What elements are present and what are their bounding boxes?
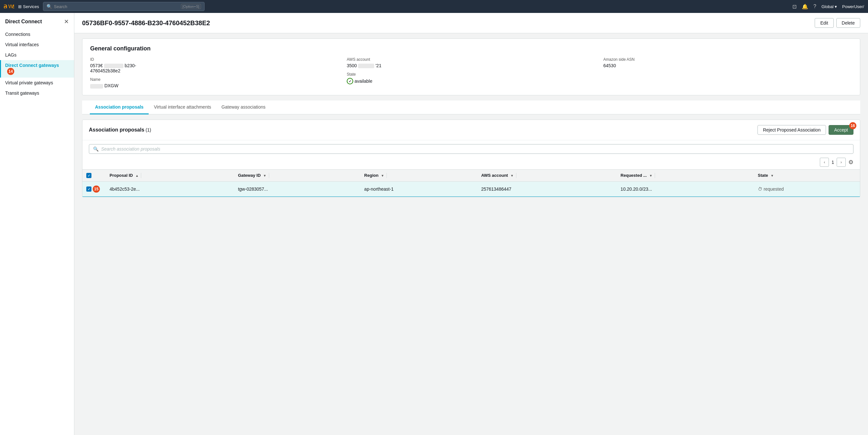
select-all-checkbox[interactable] <box>86 173 91 178</box>
page-header: 05736BF0-9557-4886-B230-4760452B38E2 Edi… <box>74 13 868 33</box>
search-shortcut: [Option+S] <box>181 4 201 9</box>
table-row[interactable]: 15 4b452c53-2e... tgw-0283057... ap-nort… <box>83 182 860 197</box>
prev-page-button[interactable]: ‹ <box>820 158 829 167</box>
state-value: available <box>347 78 596 84</box>
name-redacted <box>90 84 103 89</box>
asn-value: 64530 <box>603 63 852 68</box>
bell-icon[interactable]: 🔔 <box>802 4 808 10</box>
sidebar-item-transit-gateways[interactable]: Transit gateways <box>0 88 74 98</box>
proposals-title: Association proposals <box>89 127 145 132</box>
services-menu[interactable]: ⊞ Services <box>18 4 39 9</box>
th-state: State ▼ <box>754 169 860 182</box>
direct-connect-gateways-badge: 14 <box>7 68 14 75</box>
aws-account-value: 3500 '21 <box>347 63 596 68</box>
tab-virtual-interface-attachments[interactable]: Virtual interface attachments <box>149 100 216 115</box>
reject-proposed-association-button[interactable]: Reject Proposed Association <box>757 125 826 135</box>
config-account: AWS account 3500 '21 State available <box>347 57 596 89</box>
id-value: 0573€ b230- 4760452b38e2 <box>90 63 339 73</box>
requested-cell: 10.20.20.0/23... <box>617 182 754 197</box>
state-sort-icon[interactable]: ▼ <box>770 174 774 178</box>
page-number: 1 <box>830 160 835 165</box>
region-sort-icon[interactable]: ▼ <box>381 174 384 178</box>
state-cell: requested <box>754 182 860 197</box>
asn-label: Amazon side ASN <box>603 57 852 62</box>
sidebar-item-direct-connect-gateways[interactable]: Direct Connect gateways 14 <box>0 60 74 77</box>
delete-button[interactable]: Delete <box>836 18 860 28</box>
proposals-table: Proposal ID ▲ Gateway ID ▼ Region <box>83 169 860 197</box>
content-area: General configuration ID 0573€ b230- 476… <box>74 33 868 202</box>
th-gateway-id: Gateway ID ▼ <box>234 169 360 182</box>
gateway-id-sort-icon[interactable]: ▼ <box>263 174 266 178</box>
sidebar-item-connections[interactable]: Connections <box>0 29 74 39</box>
row-checkbox[interactable] <box>86 186 91 192</box>
proposal-id-cell: 4b452c53-2e... <box>106 182 234 197</box>
general-config-title: General configuration <box>90 45 852 52</box>
config-grid: ID 0573€ b230- 4760452b38e2 Name DXGW <box>90 57 852 89</box>
table-settings-icon[interactable]: ⚙ <box>848 159 854 166</box>
grid-icon: ⊞ <box>18 4 22 9</box>
search-input[interactable] <box>54 4 179 9</box>
th-requested: Requested ... ▼ <box>617 169 754 182</box>
proposal-id-sort-icon[interactable]: ▲ <box>135 174 138 178</box>
config-id: ID 0573€ b230- 4760452b38e2 Name DXGW <box>90 57 339 89</box>
region-selector[interactable]: Global ▾ <box>822 4 837 9</box>
page-title: 05736BF0-9557-4886-B230-4760452B38E2 <box>82 20 210 27</box>
proposals-count: (1) <box>146 127 151 132</box>
requested-sort-icon[interactable]: ▼ <box>649 174 652 178</box>
row-checkbox-cell: 15 <box>83 182 106 197</box>
config-asn: Amazon side ASN 64530 <box>603 57 852 89</box>
accept-badge: 16 <box>849 122 856 129</box>
search-proposals-input[interactable] <box>101 146 849 152</box>
terminal-icon[interactable]: ⊡ <box>793 4 797 10</box>
sidebar-header: Direct Connect ✕ <box>0 18 74 29</box>
state-label: State <box>347 72 596 76</box>
top-navigation: ⊞ Services 🔍 [Option+S] ⊡ 🔔 ? Global ▾ P… <box>0 0 868 13</box>
accept-button[interactable]: Accept 16 <box>829 125 854 135</box>
sidebar-title: Direct Connect <box>5 19 42 25</box>
th-checkbox <box>83 169 106 182</box>
sidebar-close-button[interactable]: ✕ <box>64 18 69 25</box>
table-header: Proposal ID ▲ Gateway ID ▼ Region <box>83 169 860 182</box>
row-badge: 15 <box>93 186 100 193</box>
aws-account-label: AWS account <box>347 57 596 62</box>
aws-account-sort-icon[interactable]: ▼ <box>510 174 514 178</box>
name-value: DXGW <box>90 83 339 88</box>
id-label: ID <box>90 57 339 62</box>
id-redacted <box>104 64 123 68</box>
user-menu[interactable]: PowerUser/ <box>842 4 864 9</box>
tab-association-proposals[interactable]: Association proposals <box>90 100 149 115</box>
search-proposals-icon: 🔍 <box>93 146 99 152</box>
tab-gateway-associations[interactable]: Gateway associations <box>216 100 271 115</box>
detail-tabs: Association proposals Virtual interface … <box>82 100 860 115</box>
header-actions: Edit Delete <box>815 18 860 28</box>
page-layout: Direct Connect ✕ Connections Virtual int… <box>0 13 868 435</box>
services-label: Services <box>23 4 39 9</box>
th-proposal-id: Proposal ID ▲ <box>106 169 234 182</box>
sidebar-item-virtual-interfaces[interactable]: Virtual interfaces <box>0 39 74 50</box>
th-aws-account: AWS account ▼ <box>477 169 617 182</box>
table-body: 15 4b452c53-2e... tgw-0283057... ap-nort… <box>83 182 860 197</box>
table-header-row: Proposal ID ▲ Gateway ID ▼ Region <box>83 169 860 182</box>
th-region: Region ▼ <box>360 169 477 182</box>
help-icon[interactable]: ? <box>813 4 816 9</box>
search-proposals-bar[interactable]: 🔍 <box>89 144 854 154</box>
edit-button[interactable]: Edit <box>815 18 833 28</box>
sidebar-nav: Connections Virtual interfaces LAGs Dire… <box>0 29 74 98</box>
page-navigation: ‹ 1 › <box>820 158 846 167</box>
aws-logo[interactable] <box>4 1 14 12</box>
gateway-id-cell: tgw-0283057... <box>234 182 360 197</box>
proposals-title-area: Association proposals (1) <box>89 127 151 133</box>
search-icon: 🔍 <box>46 4 52 9</box>
proposals-actions: Reject Proposed Association Accept 16 <box>757 125 854 135</box>
region-caret: ▾ <box>835 4 837 9</box>
proposals-header: Association proposals (1) Reject Propose… <box>83 120 860 140</box>
aws-account-redacted <box>358 64 374 68</box>
aws-account-cell: 257613486447 <box>477 182 617 197</box>
nav-icons: ⊡ 🔔 ? Global ▾ PowerUser/ <box>793 4 864 10</box>
sidebar-item-lags[interactable]: LAGs <box>0 50 74 60</box>
main-content: 05736BF0-9557-4886-B230-4760452B38E2 Edi… <box>74 13 868 435</box>
next-page-button[interactable]: › <box>837 158 846 167</box>
sidebar-item-virtual-private-gateways[interactable]: Virtual private gateways <box>0 77 74 88</box>
region-cell: ap-northeast-1 <box>360 182 477 197</box>
search-bar[interactable]: 🔍 [Option+S] <box>43 2 205 11</box>
